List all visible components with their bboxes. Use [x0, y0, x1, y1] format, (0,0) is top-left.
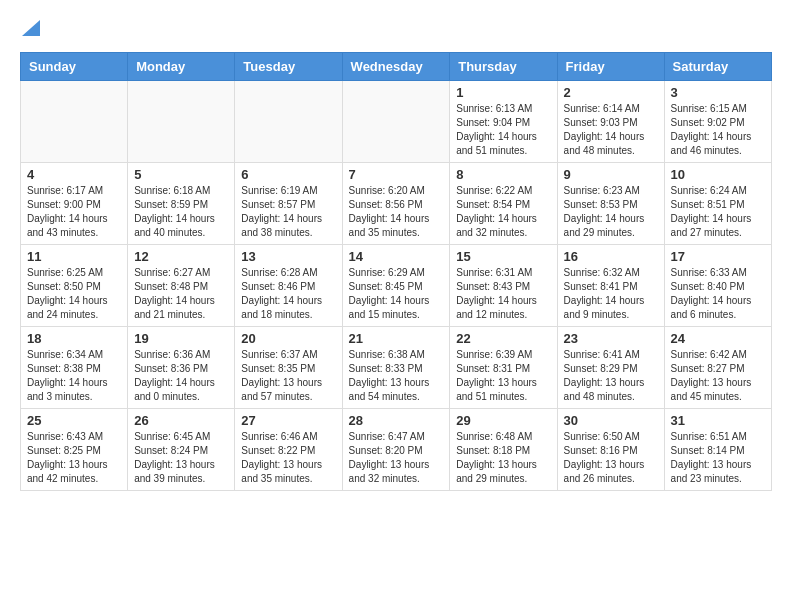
day-number: 6 [241, 167, 335, 182]
day-number: 27 [241, 413, 335, 428]
day-cell [342, 81, 450, 163]
day-info: Sunrise: 6:39 AM Sunset: 8:31 PM Dayligh… [456, 348, 550, 404]
day-number: 28 [349, 413, 444, 428]
day-cell: 22Sunrise: 6:39 AM Sunset: 8:31 PM Dayli… [450, 327, 557, 409]
day-info: Sunrise: 6:17 AM Sunset: 9:00 PM Dayligh… [27, 184, 121, 240]
day-info: Sunrise: 6:36 AM Sunset: 8:36 PM Dayligh… [134, 348, 228, 404]
day-number: 13 [241, 249, 335, 264]
calendar-table: SundayMondayTuesdayWednesdayThursdayFrid… [20, 52, 772, 491]
day-info: Sunrise: 6:34 AM Sunset: 8:38 PM Dayligh… [27, 348, 121, 404]
day-number: 4 [27, 167, 121, 182]
week-row-5: 25Sunrise: 6:43 AM Sunset: 8:25 PM Dayli… [21, 409, 772, 491]
day-cell: 12Sunrise: 6:27 AM Sunset: 8:48 PM Dayli… [128, 245, 235, 327]
day-number: 14 [349, 249, 444, 264]
day-cell: 15Sunrise: 6:31 AM Sunset: 8:43 PM Dayli… [450, 245, 557, 327]
day-number: 16 [564, 249, 658, 264]
day-info: Sunrise: 6:28 AM Sunset: 8:46 PM Dayligh… [241, 266, 335, 322]
day-cell: 26Sunrise: 6:45 AM Sunset: 8:24 PM Dayli… [128, 409, 235, 491]
day-number: 17 [671, 249, 765, 264]
day-cell: 9Sunrise: 6:23 AM Sunset: 8:53 PM Daylig… [557, 163, 664, 245]
day-cell: 23Sunrise: 6:41 AM Sunset: 8:29 PM Dayli… [557, 327, 664, 409]
day-info: Sunrise: 6:20 AM Sunset: 8:56 PM Dayligh… [349, 184, 444, 240]
day-cell: 27Sunrise: 6:46 AM Sunset: 8:22 PM Dayli… [235, 409, 342, 491]
day-info: Sunrise: 6:47 AM Sunset: 8:20 PM Dayligh… [349, 430, 444, 486]
day-info: Sunrise: 6:50 AM Sunset: 8:16 PM Dayligh… [564, 430, 658, 486]
day-number: 2 [564, 85, 658, 100]
header-cell-sunday: Sunday [21, 53, 128, 81]
header-cell-saturday: Saturday [664, 53, 771, 81]
page-header [20, 20, 772, 36]
day-number: 1 [456, 85, 550, 100]
svg-marker-0 [22, 20, 40, 36]
day-info: Sunrise: 6:45 AM Sunset: 8:24 PM Dayligh… [134, 430, 228, 486]
day-cell: 11Sunrise: 6:25 AM Sunset: 8:50 PM Dayli… [21, 245, 128, 327]
day-number: 30 [564, 413, 658, 428]
day-cell: 25Sunrise: 6:43 AM Sunset: 8:25 PM Dayli… [21, 409, 128, 491]
header-cell-tuesday: Tuesday [235, 53, 342, 81]
day-info: Sunrise: 6:23 AM Sunset: 8:53 PM Dayligh… [564, 184, 658, 240]
day-number: 5 [134, 167, 228, 182]
day-number: 15 [456, 249, 550, 264]
day-info: Sunrise: 6:29 AM Sunset: 8:45 PM Dayligh… [349, 266, 444, 322]
day-info: Sunrise: 6:22 AM Sunset: 8:54 PM Dayligh… [456, 184, 550, 240]
day-cell: 17Sunrise: 6:33 AM Sunset: 8:40 PM Dayli… [664, 245, 771, 327]
week-row-2: 4Sunrise: 6:17 AM Sunset: 9:00 PM Daylig… [21, 163, 772, 245]
day-cell [235, 81, 342, 163]
day-info: Sunrise: 6:33 AM Sunset: 8:40 PM Dayligh… [671, 266, 765, 322]
day-cell: 8Sunrise: 6:22 AM Sunset: 8:54 PM Daylig… [450, 163, 557, 245]
week-row-4: 18Sunrise: 6:34 AM Sunset: 8:38 PM Dayli… [21, 327, 772, 409]
day-number: 8 [456, 167, 550, 182]
day-info: Sunrise: 6:24 AM Sunset: 8:51 PM Dayligh… [671, 184, 765, 240]
day-number: 21 [349, 331, 444, 346]
day-number: 23 [564, 331, 658, 346]
day-number: 3 [671, 85, 765, 100]
day-info: Sunrise: 6:14 AM Sunset: 9:03 PM Dayligh… [564, 102, 658, 158]
day-number: 12 [134, 249, 228, 264]
day-cell: 5Sunrise: 6:18 AM Sunset: 8:59 PM Daylig… [128, 163, 235, 245]
day-info: Sunrise: 6:25 AM Sunset: 8:50 PM Dayligh… [27, 266, 121, 322]
day-info: Sunrise: 6:37 AM Sunset: 8:35 PM Dayligh… [241, 348, 335, 404]
day-cell [128, 81, 235, 163]
logo-icon [22, 16, 40, 36]
day-cell: 10Sunrise: 6:24 AM Sunset: 8:51 PM Dayli… [664, 163, 771, 245]
day-info: Sunrise: 6:51 AM Sunset: 8:14 PM Dayligh… [671, 430, 765, 486]
day-cell [21, 81, 128, 163]
day-cell: 29Sunrise: 6:48 AM Sunset: 8:18 PM Dayli… [450, 409, 557, 491]
day-number: 18 [27, 331, 121, 346]
day-cell: 1Sunrise: 6:13 AM Sunset: 9:04 PM Daylig… [450, 81, 557, 163]
day-number: 20 [241, 331, 335, 346]
day-number: 7 [349, 167, 444, 182]
day-cell: 16Sunrise: 6:32 AM Sunset: 8:41 PM Dayli… [557, 245, 664, 327]
day-info: Sunrise: 6:46 AM Sunset: 8:22 PM Dayligh… [241, 430, 335, 486]
day-cell: 30Sunrise: 6:50 AM Sunset: 8:16 PM Dayli… [557, 409, 664, 491]
day-number: 31 [671, 413, 765, 428]
day-info: Sunrise: 6:15 AM Sunset: 9:02 PM Dayligh… [671, 102, 765, 158]
day-number: 26 [134, 413, 228, 428]
day-info: Sunrise: 6:43 AM Sunset: 8:25 PM Dayligh… [27, 430, 121, 486]
day-number: 19 [134, 331, 228, 346]
day-cell: 18Sunrise: 6:34 AM Sunset: 8:38 PM Dayli… [21, 327, 128, 409]
day-cell: 31Sunrise: 6:51 AM Sunset: 8:14 PM Dayli… [664, 409, 771, 491]
day-cell: 20Sunrise: 6:37 AM Sunset: 8:35 PM Dayli… [235, 327, 342, 409]
day-cell: 21Sunrise: 6:38 AM Sunset: 8:33 PM Dayli… [342, 327, 450, 409]
header-cell-thursday: Thursday [450, 53, 557, 81]
day-number: 24 [671, 331, 765, 346]
day-number: 10 [671, 167, 765, 182]
day-info: Sunrise: 6:48 AM Sunset: 8:18 PM Dayligh… [456, 430, 550, 486]
day-cell: 28Sunrise: 6:47 AM Sunset: 8:20 PM Dayli… [342, 409, 450, 491]
header-row: SundayMondayTuesdayWednesdayThursdayFrid… [21, 53, 772, 81]
day-info: Sunrise: 6:13 AM Sunset: 9:04 PM Dayligh… [456, 102, 550, 158]
logo [20, 20, 40, 36]
header-cell-friday: Friday [557, 53, 664, 81]
header-cell-wednesday: Wednesday [342, 53, 450, 81]
day-info: Sunrise: 6:18 AM Sunset: 8:59 PM Dayligh… [134, 184, 228, 240]
day-number: 9 [564, 167, 658, 182]
header-cell-monday: Monday [128, 53, 235, 81]
day-cell: 6Sunrise: 6:19 AM Sunset: 8:57 PM Daylig… [235, 163, 342, 245]
day-cell: 24Sunrise: 6:42 AM Sunset: 8:27 PM Dayli… [664, 327, 771, 409]
day-number: 11 [27, 249, 121, 264]
day-cell: 13Sunrise: 6:28 AM Sunset: 8:46 PM Dayli… [235, 245, 342, 327]
day-number: 29 [456, 413, 550, 428]
day-cell: 19Sunrise: 6:36 AM Sunset: 8:36 PM Dayli… [128, 327, 235, 409]
day-info: Sunrise: 6:19 AM Sunset: 8:57 PM Dayligh… [241, 184, 335, 240]
